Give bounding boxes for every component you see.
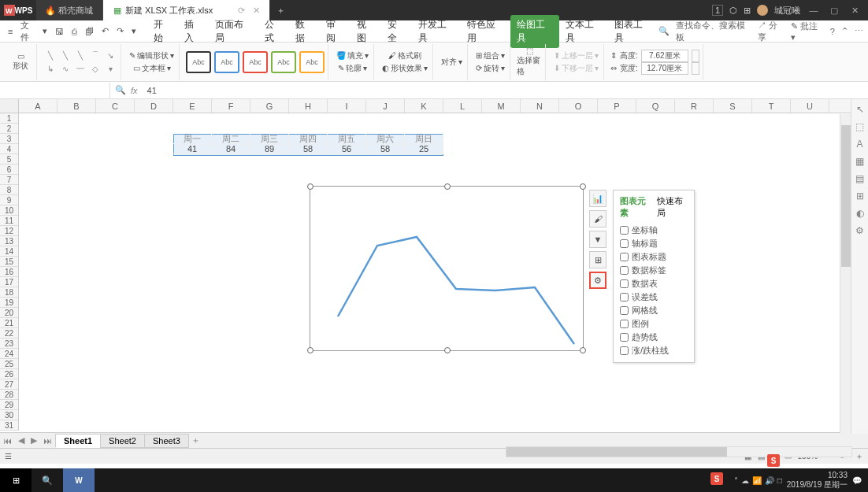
- chart-filter-button[interactable]: ▼: [589, 231, 606, 248]
- col-header-S[interactable]: S: [714, 99, 752, 113]
- formula-input[interactable]: 41: [143, 86, 868, 95]
- name-box[interactable]: [0, 83, 110, 98]
- style-preset-3[interactable]: Abc: [243, 51, 268, 73]
- taskbar-clock[interactable]: 10:33 2019/8/19 星期一: [787, 471, 848, 490]
- sheet-tab-1[interactable]: Sheet1: [55, 434, 101, 448]
- bring-forward-button[interactable]: ⬆上移一层 ▾: [552, 50, 600, 62]
- cell-value[interactable]: 41: [173, 144, 212, 154]
- chk-涨/跌柱线[interactable]: 涨/跌柱线: [620, 344, 688, 357]
- connector-icon[interactable]: ↘: [103, 49, 117, 61]
- tab-home[interactable]: 开始: [147, 15, 178, 48]
- rotate-button[interactable]: ⟳旋转 ▾: [474, 62, 506, 75]
- col-header-K[interactable]: K: [405, 99, 443, 113]
- chk-网格线[interactable]: 网格线: [620, 304, 688, 317]
- line-icon[interactable]: ╲: [73, 49, 87, 61]
- chk-图表标题[interactable]: 图表标题: [620, 250, 688, 264]
- search-text[interactable]: 查找命令、搜索模板: [676, 20, 751, 43]
- row-header-19[interactable]: 19: [0, 298, 18, 308]
- cell-header[interactable]: 周六: [366, 134, 405, 144]
- cursor-icon[interactable]: ↖: [856, 104, 864, 115]
- col-header-O[interactable]: O: [559, 99, 598, 113]
- row-header-13[interactable]: 13: [0, 236, 18, 246]
- row-header-31[interactable]: 31: [0, 420, 18, 431]
- tab-chart-tools[interactable]: 图表工具: [608, 15, 657, 48]
- float-badge-s[interactable]: S: [767, 454, 780, 467]
- col-header-J[interactable]: J: [366, 99, 405, 113]
- curve-icon[interactable]: ⌒: [88, 49, 102, 61]
- row-header-6[interactable]: 6: [0, 165, 18, 175]
- align-button[interactable]: 对齐 ▾: [440, 56, 464, 68]
- row-header-30[interactable]: 30: [0, 410, 18, 420]
- width-spinner[interactable]: [692, 62, 699, 75]
- shape-effect-button[interactable]: ◐形状效果 ▾: [380, 62, 429, 75]
- cell-header[interactable]: 周二: [212, 134, 250, 144]
- chart-handle-br[interactable]: [580, 347, 586, 353]
- row-header-11[interactable]: 11: [0, 216, 18, 226]
- row-header-2[interactable]: 2: [0, 124, 18, 134]
- chart-handle-tr[interactable]: [580, 183, 586, 190]
- row-header-23[interactable]: 23: [0, 338, 18, 349]
- row-header-21[interactable]: 21: [0, 318, 18, 328]
- row-header-3[interactable]: 3: [0, 134, 18, 144]
- chk-轴标题[interactable]: 轴标题: [620, 237, 688, 250]
- col-header-C[interactable]: C: [96, 99, 135, 113]
- style-preset-2[interactable]: Abc: [214, 51, 239, 73]
- more-shapes-icon[interactable]: ▾: [103, 62, 117, 75]
- row-header-12[interactable]: 12: [0, 226, 18, 236]
- collapse-ribbon-icon[interactable]: ⌃: [841, 26, 848, 36]
- style-gallery[interactable]: Abc Abc Abc Abc Abc: [186, 51, 325, 73]
- prop-icon[interactable]: ⊞: [856, 191, 864, 202]
- line-icon[interactable]: ╲: [43, 49, 57, 61]
- row-header-10[interactable]: 10: [0, 205, 18, 216]
- redo-icon[interactable]: ↷: [113, 24, 127, 38]
- row-header-16[interactable]: 16: [0, 267, 18, 277]
- row-header-7[interactable]: 7: [0, 175, 18, 185]
- tab-view[interactable]: 视图: [351, 15, 381, 48]
- cell-header[interactable]: 周四: [289, 134, 328, 144]
- start-button[interactable]: ⊞: [0, 468, 32, 492]
- chk-趋势线[interactable]: 趋势线: [620, 331, 688, 344]
- sheet-tab-2[interactable]: Sheet2: [100, 434, 145, 448]
- annotate-button[interactable]: ✎ 批注 ▾: [791, 20, 824, 43]
- height-spinner[interactable]: [692, 50, 699, 62]
- cell-header[interactable]: 周三: [250, 134, 289, 144]
- checkbox[interactable]: [620, 253, 629, 261]
- col-header-E[interactable]: E: [173, 99, 212, 113]
- close-button[interactable]: ✕: [848, 6, 862, 16]
- maximize-button[interactable]: ▢: [827, 6, 841, 16]
- tray-battery-icon[interactable]: □: [777, 476, 782, 485]
- edit-shape-button[interactable]: ✎编辑形状 ▾: [128, 50, 176, 62]
- chart-styles-button[interactable]: 🖌: [589, 210, 606, 228]
- checkbox[interactable]: [620, 266, 629, 275]
- notification-icon[interactable]: 💬: [852, 476, 862, 485]
- col-header-P[interactable]: P: [598, 99, 636, 113]
- more-icon[interactable]: ⋯: [855, 26, 863, 36]
- tray-volume-icon[interactable]: 🔊: [765, 476, 774, 485]
- row-header-26[interactable]: 26: [0, 369, 18, 379]
- row-header-18[interactable]: 18: [0, 287, 18, 298]
- send-backward-button[interactable]: ⬇下移一层 ▾: [552, 62, 600, 75]
- style-icon[interactable]: A: [856, 139, 862, 150]
- avatar-icon[interactable]: [757, 5, 768, 16]
- row-header-29[interactable]: 29: [0, 400, 18, 410]
- row-header-15[interactable]: 15: [0, 257, 18, 267]
- chart-handle-bc[interactable]: [444, 347, 451, 353]
- chart-layout-button[interactable]: ⊞: [589, 251, 606, 268]
- chk-坐标轴[interactable]: 坐标轴: [620, 224, 688, 237]
- search-taskbar-icon[interactable]: 🔍: [32, 468, 63, 492]
- col-header-M[interactable]: M: [482, 99, 521, 113]
- minimize-button[interactable]: —: [807, 6, 821, 15]
- tab-special[interactable]: 特色应用: [461, 15, 510, 48]
- selection-pane-button[interactable]: ⬚ 选择窗格: [517, 46, 542, 79]
- curve-icon[interactable]: ∿: [58, 62, 72, 75]
- grid-icon[interactable]: ⊞: [744, 6, 751, 16]
- tab-text-tools[interactable]: 文本工具: [559, 15, 608, 48]
- cell-value[interactable]: 58: [366, 144, 405, 154]
- group-button[interactable]: ⊞组合 ▾: [474, 50, 506, 62]
- checkbox[interactable]: [620, 333, 629, 342]
- fill-button[interactable]: 🪣填充 ▾: [335, 50, 370, 62]
- fx-search-icon[interactable]: 🔍: [115, 85, 126, 95]
- connector-icon[interactable]: ↳: [43, 62, 57, 75]
- textbox-button[interactable]: ▭文本框 ▾: [132, 62, 172, 75]
- tab-drawing-tools[interactable]: 绘图工具: [510, 15, 559, 48]
